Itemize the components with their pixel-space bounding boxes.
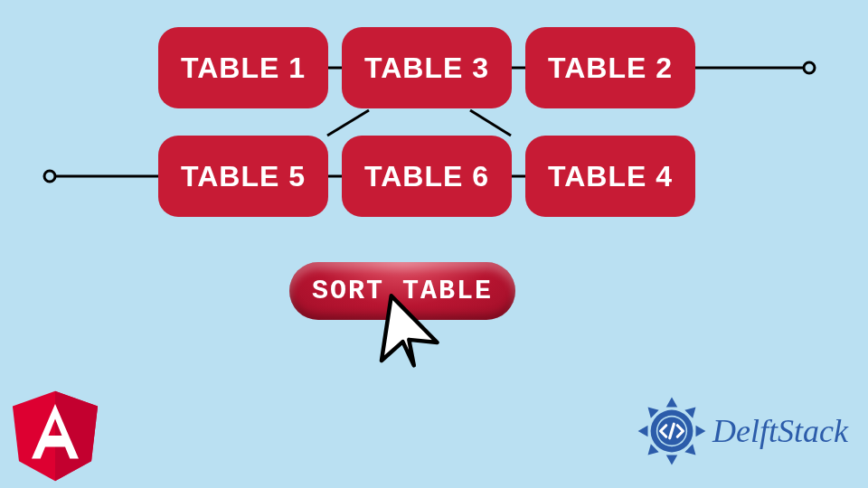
svg-marker-12 xyxy=(666,398,677,408)
delftstack-logo: DelftStack xyxy=(637,396,848,466)
table-box-6: TABLE 6 xyxy=(342,136,512,217)
table-box-3: TABLE 3 xyxy=(342,27,512,108)
delftstack-text: DelftStack xyxy=(712,412,848,450)
svg-marker-18 xyxy=(638,426,648,436)
code-badge-icon xyxy=(637,396,707,466)
table-box-2: TABLE 2 xyxy=(525,27,695,108)
svg-line-9 xyxy=(470,110,511,136)
arrow-cursor-icon xyxy=(362,289,443,371)
table-box-label: TABLE 5 xyxy=(181,160,306,193)
svg-point-1 xyxy=(804,62,815,73)
table-box-label: TABLE 4 xyxy=(548,160,673,193)
svg-marker-16 xyxy=(666,455,677,465)
table-box-label: TABLE 2 xyxy=(548,52,673,85)
svg-marker-14 xyxy=(696,426,706,436)
svg-marker-17 xyxy=(644,444,659,459)
table-box-5: TABLE 5 xyxy=(158,136,328,217)
svg-line-8 xyxy=(327,110,369,136)
angular-shield-icon xyxy=(5,383,105,483)
diagram-canvas: TABLE 1 TABLE 3 TABLE 2 TABLE 5 TABLE 6 … xyxy=(0,0,868,488)
table-box-label: TABLE 1 xyxy=(181,52,306,85)
table-box-4: TABLE 4 xyxy=(525,136,695,217)
svg-point-3 xyxy=(44,171,55,182)
svg-marker-19 xyxy=(644,403,659,418)
table-box-label: TABLE 3 xyxy=(364,52,489,85)
table-box-label: TABLE 6 xyxy=(364,160,489,193)
svg-marker-15 xyxy=(684,444,700,459)
svg-marker-13 xyxy=(684,403,700,418)
table-box-1: TABLE 1 xyxy=(158,27,328,108)
